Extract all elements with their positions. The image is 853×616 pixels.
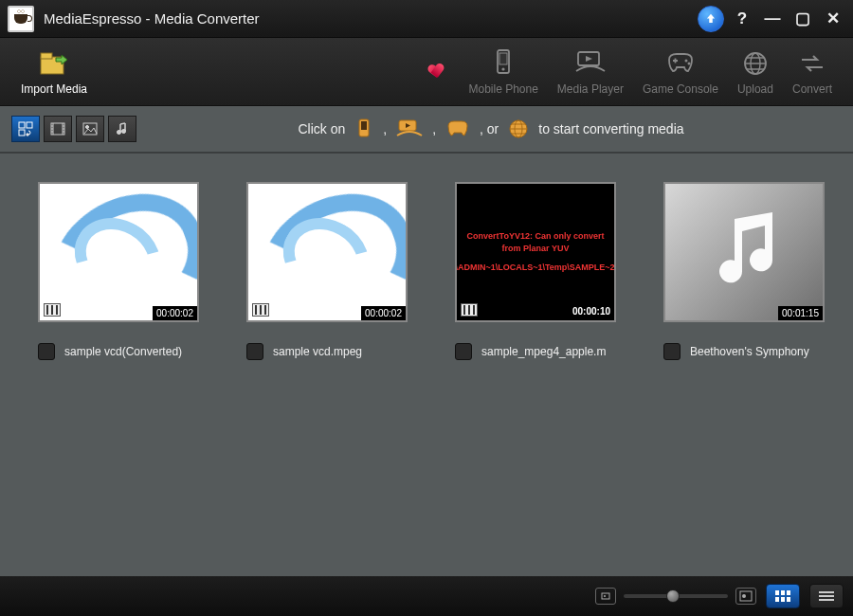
file-name: sample_mpeg4_apple.m (481, 345, 606, 358)
svg-rect-20 (361, 121, 367, 130)
zoom-slider[interactable] (624, 594, 728, 598)
svg-rect-1 (41, 53, 52, 59)
zoom-large-icon[interactable] (735, 588, 756, 605)
hint-sep1: , (383, 121, 387, 136)
filter-bar: Click on , , , or to start converting me… (0, 106, 853, 154)
mobile-label: Mobile Phone (468, 82, 537, 96)
zoom-knob[interactable] (666, 589, 680, 603)
upload-button[interactable]: Upload (728, 45, 783, 100)
mobile-phone-icon (491, 48, 516, 79)
file-name: sample vcd.mpeg (273, 345, 362, 358)
player-label: Media Player (557, 82, 624, 96)
bottom-bar (0, 576, 853, 616)
help-button[interactable]: ? (730, 6, 754, 32)
import-icon (39, 48, 69, 79)
music-icon (697, 205, 791, 299)
view-grid-button[interactable] (766, 584, 800, 608)
media-grid: 00:00:02 sample vcd(Converted) 00:00:02 … (0, 154, 853, 576)
hint-mobile-icon (354, 118, 373, 139)
select-checkbox[interactable] (663, 343, 681, 360)
filter-all[interactable] (11, 116, 40, 142)
select-checkbox[interactable] (246, 343, 263, 360)
duration: 00:00:02 (361, 306, 406, 320)
svg-rect-34 (819, 591, 834, 593)
main-toolbar: Import Media Mobile Phone Media Player G… (0, 38, 853, 106)
svg-point-16 (86, 126, 89, 129)
file-name: sample vcd(Converted) (64, 345, 182, 358)
filter-audio[interactable] (108, 116, 136, 142)
svg-rect-30 (787, 590, 790, 595)
close-button[interactable]: ✕ (821, 6, 845, 32)
svg-point-4 (502, 67, 505, 70)
convert-button[interactable]: Convert (783, 45, 842, 100)
toolbar-spacer (97, 64, 459, 80)
thumbnail[interactable]: 00:00:02 (38, 182, 199, 322)
svg-rect-35 (819, 595, 834, 597)
duration: 00:00:10 (569, 302, 614, 320)
svg-rect-36 (819, 599, 834, 601)
game-console-button[interactable]: Game Console (633, 45, 728, 100)
media-player-button[interactable]: Media Player (548, 45, 633, 100)
select-checkbox[interactable] (38, 343, 55, 360)
error-line: ConvertToYV12: Can only convert from Pla… (461, 230, 610, 256)
upgrade-button[interactable] (698, 6, 724, 32)
import-label: Import Media (21, 82, 87, 96)
hint-globe-icon (508, 118, 529, 139)
convert-icon (798, 48, 826, 79)
error-line: (C:\Users\ADMIN~1\LOCALS~1\Temp\SAMPLE~2… (455, 262, 616, 275)
select-checkbox[interactable] (455, 343, 472, 360)
thumbnail[interactable]: ConvertToYV12: Can only convert from Pla… (455, 182, 616, 322)
view-list-button[interactable] (809, 584, 844, 608)
media-item[interactable]: 00:00:02 sample vcd(Converted) (38, 182, 199, 360)
hint-player-icon (396, 119, 423, 138)
svg-rect-10 (19, 122, 25, 128)
hint-pre: Click on (298, 121, 345, 136)
titlebar: MediaEspresso - Media Converter ? — ▢ ✕ (0, 0, 853, 38)
minimize-button[interactable]: — (760, 6, 785, 32)
hint-post: to start converting media (538, 121, 683, 136)
favorite-icon[interactable] (427, 63, 445, 80)
filter-image[interactable] (76, 116, 104, 142)
zoom-small-icon[interactable] (595, 588, 616, 605)
maximize-button[interactable]: ▢ (790, 6, 815, 32)
hint-console-icon (445, 120, 470, 137)
zoom-control (595, 588, 756, 605)
svg-point-27 (742, 594, 746, 598)
video-badge-icon (44, 303, 61, 317)
svg-point-18 (122, 130, 126, 134)
media-item[interactable]: 00:00:02 sample vcd.mpeg (246, 182, 408, 360)
thumbnail-art (40, 184, 197, 320)
media-item[interactable]: ConvertToYV12: Can only convert from Pla… (455, 182, 616, 360)
duration: 00:01:15 (778, 306, 823, 320)
window-title: MediaEspresso - Media Converter (44, 10, 260, 27)
game-console-icon (665, 48, 696, 79)
hint-sep2: , (432, 121, 436, 136)
hint-sep3: , or (480, 121, 499, 136)
import-media-button[interactable]: Import Media (11, 45, 97, 100)
svg-rect-28 (775, 590, 779, 595)
svg-rect-32 (781, 597, 785, 602)
video-badge-icon (252, 303, 269, 317)
svg-rect-12 (19, 130, 25, 136)
svg-point-13 (27, 134, 28, 136)
media-item[interactable]: 00:01:15 Beethoven's Symphony (663, 182, 825, 360)
thumbnail[interactable]: 00:00:02 (246, 182, 408, 322)
thumbnail[interactable]: 00:01:15 (663, 182, 825, 322)
app-icon (8, 6, 34, 32)
console-label: Game Console (643, 82, 718, 96)
media-player-icon (574, 48, 607, 79)
duration: 00:00:02 (153, 306, 197, 320)
svg-rect-3 (499, 53, 507, 64)
svg-rect-31 (775, 597, 779, 602)
svg-point-17 (118, 131, 121, 135)
svg-rect-11 (27, 122, 32, 128)
mobile-phone-button[interactable]: Mobile Phone (459, 45, 547, 100)
globe-icon (742, 48, 769, 79)
thumbnail-art (248, 184, 406, 320)
upload-label: Upload (737, 82, 773, 96)
svg-rect-33 (787, 597, 790, 602)
svg-point-25 (604, 595, 606, 597)
filter-video[interactable] (44, 116, 72, 142)
file-name: Beethoven's Symphony (690, 345, 809, 358)
svg-point-7 (687, 62, 690, 64)
